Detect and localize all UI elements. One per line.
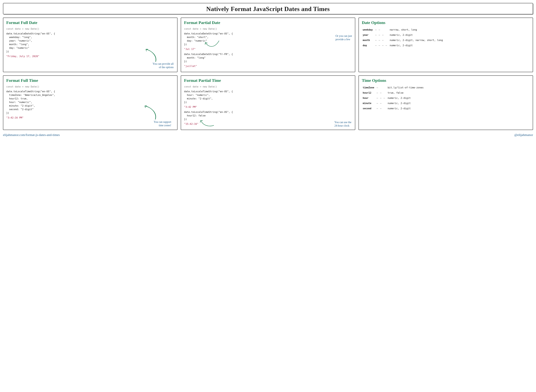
option-key: hour12 [362,90,375,95]
option-values: numeric, 2-digit, narrow, short, long [389,37,530,43]
card-heading: Format Full Date [6,20,174,25]
code-const: const date = new Date() [6,85,174,89]
option-dash: — [375,85,387,90]
option-row: day— — — —numeric, 2-digit [362,43,530,48]
card-format-partial-date: Format Partial Date const date = new Dat… [181,18,355,72]
code-result: "3:42 PM" [184,105,352,109]
option-row: hour12— —true, false [362,90,530,95]
card-heading: Date Options [362,20,530,25]
code-block: date.toLocaleTimeString("en-US", { timeZ… [6,90,174,115]
card-heading: Format Full Time [6,78,174,83]
card-time-options: Time Options timeZone—bit.ly/list-of-tim… [358,75,533,130]
code-block: date.toLocaleDateString("fr-FR", { month… [184,52,352,63]
options-body: timeZone—bit.ly/list-of-time-zoneshour12… [362,85,530,111]
option-values: numeric, 2-digit [389,43,530,48]
title-banner: Natively Format JavaScript Dates and Tim… [3,3,533,14]
card-heading: Time Options [362,78,530,83]
option-key: weekday [362,27,374,32]
option-dash: — — — [375,95,387,101]
code-block: date.toLocaleTimeString("en-US", { hour:… [184,90,352,104]
card-format-full-date: Format Full Date const date = new Date()… [3,18,178,72]
option-dash: — — [375,90,387,95]
card-format-partial-time: Format Partial Time const date = new Dat… [181,75,355,130]
option-row: year— — —numeric, 2-digit [362,32,530,37]
option-dash: — — [375,101,387,106]
option-values: numeric, 2-digit [387,101,530,106]
code-const: const date = new Date() [6,27,174,31]
footer-handle: @elijahmanor [514,133,533,137]
option-values: bit.ly/list-of-time-zones [387,85,530,90]
option-values: numeric, 2-digit [387,95,530,101]
code-block: date.toLocaleTimeString("en-US", { hour1… [184,110,352,121]
option-key: second [362,106,375,111]
card-heading: Format Partial Time [184,78,352,83]
option-row: month— — —numeric, 2-digit, narrow, shor… [362,37,530,43]
option-values: true, false [387,90,530,95]
code-const: const date = new Date() [184,85,352,89]
option-row: second— —numeric, 2-digit [362,106,530,111]
options-table: timeZone—bit.ly/list-of-time-zoneshour12… [362,85,530,111]
card-format-full-time: Format Full Time const date = new Date()… [3,75,178,130]
option-values: numeric, 2-digit [387,106,530,111]
option-dash: — — — [374,32,389,37]
option-dash: — — — — [374,43,389,48]
code-block: date.toLocaleDateString("en-US", { weekd… [6,32,174,53]
code-result: "3:42:16 PM" [6,116,174,120]
option-dash: — — — [374,37,389,43]
option-key: hour [362,95,375,101]
option-key: timeZone [362,85,375,90]
option-key: year [362,32,374,37]
option-row: weekday— —narrow, short, long [362,27,530,32]
option-key: month [362,37,374,43]
code-const: const date = new Date() [184,27,352,31]
option-dash: — — [375,106,387,111]
card-date-options: Date Options weekday— —narrow, short, lo… [358,18,533,72]
option-row: minute— —numeric, 2-digit [362,101,530,106]
code-block: date.toLocaleDateString("en-US", { month… [184,32,352,46]
code-result: "juillet" [184,64,352,68]
code-result: "15:42:16" [184,122,352,126]
footer: elijahmanor.com/format-js-dates-and-time… [3,133,533,137]
options-body: weekday— —narrow, short, longyear— — —nu… [362,27,530,48]
option-row: hour— — —numeric, 2-digit [362,95,530,101]
option-values: narrow, short, long [389,27,530,32]
footer-url: elijahmanor.com/format-js-dates-and-time… [3,133,60,137]
code-result: "Jul 17" [184,47,352,51]
annotation: You can provide all of the options [153,62,174,69]
annotation: You can support time zones! [154,120,171,127]
option-values: numeric, 2-digit [389,32,530,37]
card-heading: Format Partial Date [184,20,352,25]
option-key: day [362,43,374,48]
card-grid: Format Full Date const date = new Date()… [3,18,533,130]
page-title: Natively Format JavaScript Dates and Tim… [7,5,529,13]
options-table: weekday— —narrow, short, longyear— — —nu… [362,27,530,48]
option-row: timeZone—bit.ly/list-of-time-zones [362,85,530,90]
option-key: minute [362,101,375,106]
option-dash: — — [374,27,389,32]
code-result: "Friday, July 17, 2020" [6,55,174,58]
